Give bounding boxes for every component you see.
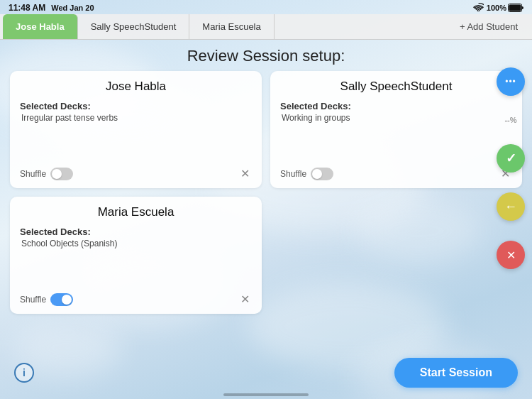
maria-shuffle-label: Shuffle <box>20 295 46 305</box>
percent-label: --% <box>497 116 525 124</box>
remove-button[interactable]: ✕ <box>497 241 525 269</box>
maria-deck-name: School Objects (Spanish) <box>21 239 252 248</box>
sally-deck-name: Working in groups <box>282 113 512 123</box>
more-button[interactable]: ••• <box>497 67 525 96</box>
check-button[interactable]: ✓ <box>497 144 525 173</box>
info-icon: i <box>23 367 26 378</box>
maria-shuffle-toggle[interactable] <box>50 293 73 306</box>
back-icon: ← <box>504 200 517 214</box>
tab-sally[interactable]: Sally SpeechStudent <box>78 14 190 39</box>
jose-shuffle-label: Shuffle <box>20 169 46 179</box>
svg-rect-1 <box>509 5 521 11</box>
sally-card-name: Sally SpeechStudent <box>280 80 512 94</box>
student-card-maria: Maria Escuela Selected Decks: School Obj… <box>10 197 262 314</box>
maria-decks-label: Selected Decks: <box>20 226 252 237</box>
status-time: 11:48 AM <box>9 3 45 13</box>
remove-icon: ✕ <box>506 248 516 262</box>
sally-decks-label: Selected Decks: <box>280 101 512 111</box>
status-bar: 11:48 AM Wed Jan 20 100% <box>0 0 532 14</box>
tab-maria[interactable]: Maria Escuela <box>189 14 274 39</box>
maria-card-name: Maria Escuela <box>20 205 252 219</box>
add-student-tab[interactable]: + Add Student <box>448 14 529 39</box>
jose-decks-label: Selected Decks: <box>20 101 252 111</box>
battery-icon: 100% <box>487 4 523 12</box>
status-date: Wed Jan 20 <box>51 4 94 12</box>
status-icons: 100% <box>473 3 523 13</box>
jose-deck-name: Irregular past tense verbs <box>21 113 252 123</box>
back-button[interactable]: ← <box>497 192 525 221</box>
side-controls: ••• --% ✓ ← ✕ <box>497 67 525 269</box>
student-card-jose: Jose Habla Selected Decks: Irregular pas… <box>10 71 262 188</box>
info-button[interactable]: i <box>14 363 34 383</box>
start-session-button[interactable]: Start Session <box>394 358 518 388</box>
jose-card-name: Jose Habla <box>20 80 252 94</box>
home-indicator <box>223 393 309 396</box>
wifi-icon <box>473 3 484 13</box>
student-cards-grid: Jose Habla Selected Decks: Irregular pas… <box>0 71 532 314</box>
check-icon: ✓ <box>506 151 516 166</box>
maria-close-button[interactable]: ✕ <box>238 293 252 307</box>
tab-bar: Jose Habla Sally SpeechStudent Maria Esc… <box>0 14 532 40</box>
jose-close-button[interactable]: ✕ <box>238 167 252 181</box>
bottom-bar: i Start Session <box>0 351 532 399</box>
student-card-sally: Sally SpeechStudent Selected Decks: Work… <box>270 71 522 188</box>
sally-shuffle-label: Shuffle <box>280 169 306 179</box>
more-icon: ••• <box>505 77 516 87</box>
tab-jose[interactable]: Jose Habla <box>3 14 78 39</box>
jose-shuffle-toggle[interactable] <box>50 168 73 180</box>
sally-shuffle-toggle[interactable] <box>311 168 333 180</box>
page-title: Review Session setup: <box>0 40 532 71</box>
